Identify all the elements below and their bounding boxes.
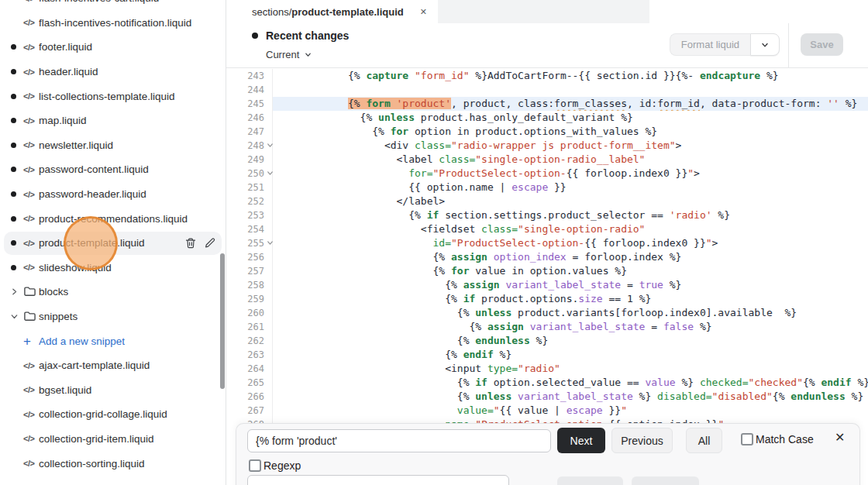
modified-dot-icon (11, 118, 16, 123)
match-case-checkbox[interactable] (741, 433, 753, 445)
header-divider (788, 23, 789, 67)
replace-button[interactable] (557, 476, 623, 485)
line-number: 247 (226, 125, 273, 139)
code-fold-icon[interactable] (267, 142, 274, 149)
find-previous-button[interactable]: Previous (611, 428, 673, 453)
sidebar-file-password-content-liquid[interactable]: </>password-content.liquid (0, 157, 226, 182)
sidebar-file-collection-grid-collage-liquid[interactable]: </>collection-grid-collage.liquid (0, 402, 226, 427)
unsaved-dot-icon (252, 33, 258, 39)
sidebar-file-product-template-liquid[interactable]: </>product-template.liquid (0, 231, 226, 256)
add-snippet-button[interactable]: +Add a new snippet (0, 328, 226, 353)
sidebar-file-map-liquid[interactable]: </>map.liquid (0, 108, 226, 133)
code-text[interactable]: {% if option.selected_value == value %} … (273, 376, 868, 390)
sidebar-file-header-liquid[interactable]: </>header.liquid (0, 60, 226, 84)
sidebar-file-newsletter-liquid[interactable]: </>newsletter.liquid (0, 133, 226, 158)
code-text[interactable] (273, 83, 868, 97)
sidebar-file-list-collections-template-liquid[interactable]: </>list-collections-template.liquid (0, 84, 226, 108)
code-text[interactable]: for="ProductSelect-option-{{ forloop.ind… (273, 167, 868, 181)
code-text[interactable]: <fieldset class="single-option-radio" (273, 222, 868, 236)
file-name-label: header.liquid (39, 66, 98, 77)
code-text[interactable]: id="ProductSelect-option-{{ forloop.inde… (273, 236, 868, 250)
code-text-active-line[interactable]: {% form 'product', product, class:form_c… (273, 97, 868, 111)
plus-icon: + (23, 335, 39, 348)
code-line-253: 253 {% if section.settings.product_selec… (226, 208, 868, 222)
code-text[interactable]: {% assign variant_label_state = false %} (273, 320, 868, 334)
tab-product-template[interactable]: sections/product-template.liquid ✕ (226, 0, 438, 23)
line-number: 245 (226, 97, 273, 111)
sidebar-folder-blocks[interactable]: blocks (0, 280, 226, 304)
code-file-icon: </> (23, 43, 39, 52)
code-text[interactable]: <input type="radio" (273, 362, 868, 376)
code-text[interactable]: {% endif %} (273, 348, 868, 362)
code-line-267: 267 value="{{ value | escape }}" (226, 404, 868, 418)
line-number: 250 (226, 167, 273, 181)
code-text[interactable]: <div class="radio-wrapper js product-for… (273, 139, 868, 153)
file-name-label: ajax-cart-template.liquid (39, 359, 150, 371)
sidebar-file-ajax-cart-template-liquid[interactable]: </>ajax-cart-template.liquid (0, 353, 226, 378)
code-lines: 243 {% capture "form_id" %}AddToCartForm… (226, 69, 868, 432)
version-dropdown[interactable]: Current (266, 49, 312, 60)
code-text[interactable]: value="{{ value | escape }}" (273, 404, 868, 418)
line-number: 249 (226, 153, 273, 167)
format-liquid-group: Format liquid (670, 33, 780, 56)
code-fold-icon[interactable] (267, 239, 274, 246)
file-sidebar: </>flash-incentives-cart.liquid</>flash-… (0, 0, 226, 485)
folder-icon (23, 285, 36, 298)
line-number: 246 (226, 111, 273, 125)
format-options-button[interactable] (750, 33, 780, 56)
code-line-265: 265 {% if option.selected_value == value… (226, 376, 868, 390)
code-file-icon: </> (23, 165, 39, 174)
code-file-icon: </> (23, 361, 39, 370)
code-text[interactable]: <label class="single-option-radio__label… (273, 153, 868, 167)
sidebar-file-flash-incentives-cart-liquid[interactable]: </>flash-incentives-cart.liquid (0, 0, 226, 11)
tab-close-icon[interactable]: ✕ (420, 7, 427, 17)
delete-file-icon[interactable] (184, 237, 197, 249)
code-text[interactable]: {% unless product.has_only_default_varia… (273, 111, 868, 125)
code-line-255: 255 id="ProductSelect-option-{{ forloop.… (226, 236, 868, 250)
save-button[interactable]: Save (801, 33, 843, 56)
regexp-checkbox[interactable] (249, 459, 261, 472)
sidebar-file-flash-incentives-notification-liquid[interactable]: </>flash-incentives-notification.liquid (0, 11, 226, 36)
code-file-icon: </> (23, 190, 39, 199)
code-text[interactable]: </label> (273, 194, 868, 208)
editor-header: Recent changes Current Format liquid Sav… (226, 23, 868, 68)
sidebar-scrollbar-thumb[interactable] (220, 253, 225, 389)
code-text[interactable]: {% if product.options.size == 1 %} (273, 292, 868, 306)
sidebar-file-slideshow-liquid[interactable]: </>slideshow.liquid (0, 256, 226, 280)
line-number: 259 (226, 292, 273, 306)
find-all-button[interactable]: All (686, 428, 722, 453)
replace-input[interactable] (247, 475, 509, 485)
sidebar-file-bgset-liquid[interactable]: </>bgset.liquid (0, 378, 226, 403)
code-file-icon: </> (23, 140, 39, 150)
code-text[interactable]: {% if section.settings.product_selector … (273, 208, 868, 222)
tab-path-prefix: sections/ (252, 6, 291, 18)
sidebar-file-collection-sorting-liquid[interactable]: </>collection-sorting.liquid (0, 451, 226, 476)
sidebar-file-collection-grid-item-liquid[interactable]: </>collection-grid-item.liquid (0, 427, 226, 452)
rename-file-icon[interactable] (204, 237, 216, 249)
sidebar-file-footer-liquid[interactable]: </>footer.liquid (0, 35, 226, 60)
sidebar-folder-snippets[interactable]: snippets (0, 304, 226, 329)
find-input[interactable] (247, 429, 551, 452)
line-number: 264 (226, 362, 273, 376)
code-line-244: 244 (226, 83, 868, 97)
code-text[interactable]: {% assign option_index = forloop.index %… (273, 250, 868, 264)
code-text[interactable]: {% unless variant_label_state %} disable… (273, 390, 868, 404)
code-file-icon: </> (23, 116, 39, 126)
modified-dot-icon (11, 69, 16, 74)
code-text[interactable]: {{ option.name | escape }} (273, 181, 868, 194)
find-next-button[interactable]: Next (557, 428, 605, 453)
code-text[interactable]: {% for option in product.options_with_va… (273, 125, 868, 139)
sidebar-file-password-header-liquid[interactable]: </>password-header.liquid (0, 182, 226, 207)
code-line-257: 257 {% for value in option.values %} (226, 264, 868, 278)
code-text[interactable]: {% unless product.variants[forloop.index… (273, 306, 868, 320)
code-fold-icon[interactable] (267, 170, 274, 177)
code-text[interactable]: {% for value in option.values %} (273, 264, 868, 278)
code-text[interactable]: {% endunless %} (273, 334, 868, 348)
line-number: 256 (226, 250, 273, 264)
replace-all-button[interactable] (632, 476, 699, 485)
find-close-icon[interactable]: ✕ (835, 430, 845, 445)
sidebar-file-product-recommendations-liquid[interactable]: </>product-recommendations.liquid (0, 206, 226, 231)
code-text[interactable]: {% capture "form_id" %}AddToCartForm--{{… (273, 69, 868, 83)
format-liquid-button[interactable]: Format liquid (670, 33, 750, 56)
code-text[interactable]: {% assign variant_label_state = true %} (273, 278, 868, 292)
